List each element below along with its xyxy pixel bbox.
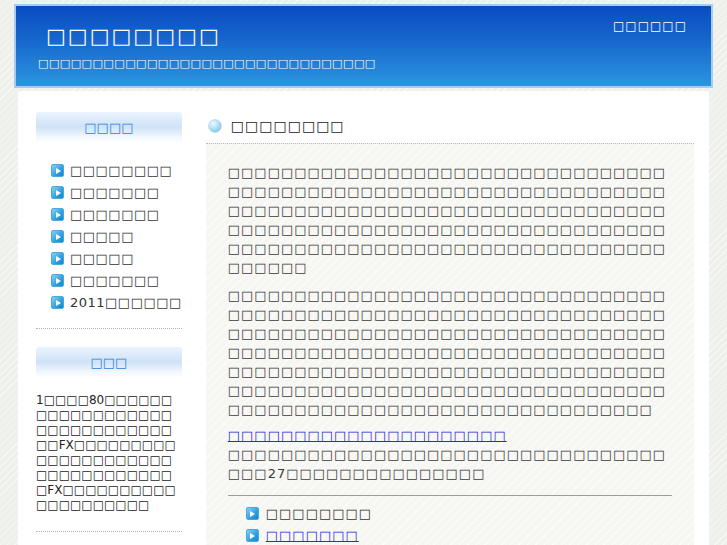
article-body: □□□□□□□□□□□□□□□□□□□□□□□□□□□□□□□□□□□□□□□□… xyxy=(206,143,694,545)
article-divider xyxy=(228,495,672,496)
play-icon xyxy=(51,208,64,221)
play-icon xyxy=(51,186,64,199)
play-icon xyxy=(51,230,64,243)
sidebar-menu-item-label: □□□□□□□ xyxy=(70,273,159,288)
main-heading-row: □□□□□□□□ xyxy=(208,118,694,134)
play-icon xyxy=(51,252,64,265)
article-link-list: □□□□□□□□ □□□□□□□ □□□□□□□ □□□□□ □□□□□ □□□… xyxy=(246,506,672,545)
play-icon xyxy=(246,529,259,542)
play-icon xyxy=(51,274,64,287)
list-item: □□□□□□□□ xyxy=(246,506,672,521)
article-paragraph: □□□□□□□□□□□□□□□□□□□□□□□□□□□□□□□□□□□□□□□□… xyxy=(228,286,672,419)
article-paragraph: □□□□□□□□□□□□□□□□□□□□□□□□□□□□□□□□□□□□□□□□… xyxy=(228,163,672,277)
sidebar: □□□□ □□□□□□□□ □□□□□□□ □□□□□□□ □□□□□ □□□□… xyxy=(36,112,182,545)
play-icon xyxy=(51,164,64,177)
sidebar-menu-item[interactable]: 2011□□□□□□ xyxy=(51,295,182,310)
sidebar-profile-title: □□□ xyxy=(36,347,182,378)
sidebar-profile-text: 1□□□□80□□□□□□□□□□□□□□□□□□□□□□□□□□□□□□□□F… xyxy=(36,393,182,513)
sidebar-menu-item-label: 2011□□□□□□ xyxy=(70,295,182,310)
article-inline-link[interactable]: □□□□□□□□□□□□□□□□□□□□□ xyxy=(228,428,507,443)
globe-icon xyxy=(208,119,222,133)
list-item[interactable]: □□□□□□□ xyxy=(246,528,672,543)
content-area: □□□□ □□□□□□□□ □□□□□□□ □□□□□□□ □□□□□ □□□□… xyxy=(18,91,709,545)
sidebar-menu-item-label: □□□□□ xyxy=(70,251,134,266)
sidebar-menu: □□□□□□□□ □□□□□□□ □□□□□□□ □□□□□ □□□□□ □□□… xyxy=(51,163,182,310)
list-item-label-current: □□□□□□□□ xyxy=(266,506,372,521)
sidebar-menu-item-label: □□□□□ xyxy=(70,229,134,244)
header-nav-link[interactable]: □□□□□□ xyxy=(613,19,687,33)
play-icon xyxy=(246,507,259,520)
article-note: □□□□□□□□□□□□□□□□□□□□□□□□□□□□□□□□□□□□27□□… xyxy=(228,445,672,483)
list-item-link[interactable]: □□□□□□□ xyxy=(266,528,359,543)
sidebar-divider xyxy=(36,531,182,532)
page: □□□□□□ □□□□□□□□ □□□□□□□□□□□□□□□□□□□□□□□□… xyxy=(0,0,727,545)
sidebar-menu-item[interactable]: □□□□□□□ xyxy=(51,185,182,200)
site-header: □□□□□□ □□□□□□□□ □□□□□□□□□□□□□□□□□□□□□□□□… xyxy=(14,4,713,88)
sidebar-menu-item[interactable]: □□□□□□□ xyxy=(51,207,182,222)
sidebar-menu-item[interactable]: □□□□□□□ xyxy=(51,273,182,288)
sidebar-menu-title: □□□□ xyxy=(36,112,182,143)
play-icon xyxy=(51,296,64,309)
sidebar-divider xyxy=(36,328,182,329)
sidebar-menu-item[interactable]: □□□□□ xyxy=(51,251,182,266)
site-title: □□□□□□□□ xyxy=(46,24,221,48)
page-title: □□□□□□□□ xyxy=(231,118,345,134)
site-subtitle: □□□□□□□□□□□□□□□□□□□□□□□□□□□□□□□ xyxy=(38,57,376,70)
sidebar-menu-item[interactable]: □□□□□ xyxy=(51,229,182,244)
main-column: □□□□□□□□ □□□□□□□□□□□□□□□□□□□□□□□□□□□□□□□… xyxy=(206,112,694,545)
sidebar-menu-item[interactable]: □□□□□□□□ xyxy=(51,163,182,178)
sidebar-menu-item-label: □□□□□□□ xyxy=(70,185,159,200)
sidebar-menu-item-label: □□□□□□□□ xyxy=(70,163,172,178)
sidebar-menu-item-label: □□□□□□□ xyxy=(70,207,159,222)
